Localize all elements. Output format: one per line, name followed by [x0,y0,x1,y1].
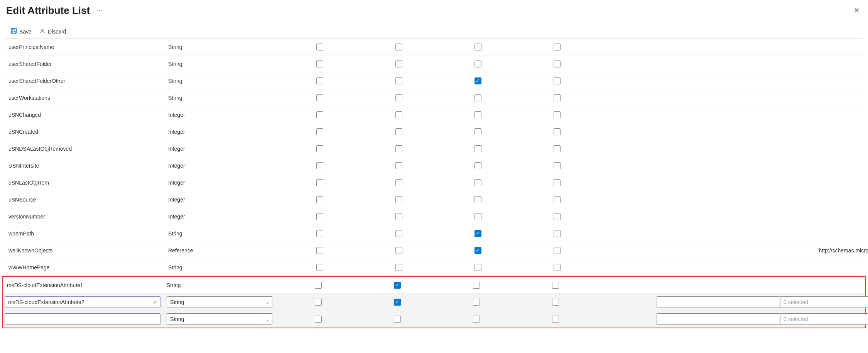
checkbox[interactable] [554,61,561,67]
table-row: ✓StringIntegerReferenceBooleanBinary⌄0 s… [3,294,865,311]
attr-value-input[interactable] [657,296,780,308]
checkbox[interactable] [475,94,481,101]
table-row: uSNChangedInteger [5,106,863,123]
checkbox[interactable] [316,247,323,254]
checkbox[interactable] [475,213,481,220]
checkbox[interactable] [554,111,561,118]
attr-type-select[interactable]: StringIntegerReferenceBooleanBinary [167,313,272,325]
checkbox[interactable] [395,128,402,135]
attr-name: uSNChanged [6,112,168,118]
checkbox[interactable] [395,77,402,84]
save-label: Save [19,29,32,35]
checkbox[interactable] [395,264,402,271]
checkbox[interactable] [395,145,402,152]
checkbox[interactable] [554,196,561,203]
checkbox[interactable] [554,213,561,220]
checkbox[interactable] [394,299,401,306]
svg-rect-1 [12,31,15,33]
checkbox[interactable] [475,247,481,254]
checkbox[interactable] [475,61,481,67]
checkbox[interactable] [316,128,323,135]
checkbox[interactable] [316,179,323,186]
checkbox[interactable] [316,94,323,101]
checkbox[interactable] [473,316,480,323]
checkbox[interactable] [475,196,481,203]
checkbox[interactable] [395,61,402,67]
checkbox[interactable] [475,145,481,152]
checkbox[interactable] [554,128,561,135]
checkbox[interactable] [395,94,402,101]
checkbox[interactable] [316,230,323,237]
checkbox[interactable] [316,196,323,203]
table-row: StringIntegerReferenceBooleanBinary⌄0 se… [3,311,865,328]
checkbox[interactable] [554,94,561,101]
checkbox[interactable] [552,299,559,306]
attr-value-input[interactable] [657,313,780,325]
checkbox[interactable] [554,264,561,271]
checkbox[interactable] [315,299,322,306]
checkbox[interactable] [315,316,322,323]
checkbox[interactable] [316,44,323,50]
multi-select[interactable]: 0 selected⌄ [780,313,868,325]
table-row: wbemPathString [5,225,863,242]
attr-type: Integer [168,112,280,118]
checkbox[interactable] [316,264,323,271]
table-row: uSNSourceInteger [5,191,863,208]
checkbox[interactable] [475,162,481,169]
checkbox[interactable] [475,264,481,271]
attr-type: Reference [168,247,280,254]
checkbox[interactable] [316,213,323,220]
checkbox[interactable] [554,145,561,152]
checkbox[interactable] [316,61,323,67]
discard-button[interactable]: Discard [39,28,66,35]
attr-name: versionNumber [6,213,168,220]
save-button[interactable]: Save [11,28,32,35]
checkbox[interactable] [395,213,402,220]
attr-type: String [168,44,280,50]
checkbox[interactable] [395,179,402,186]
checkbox[interactable] [316,77,323,84]
checkbox[interactable] [395,196,402,203]
checkbox[interactable] [394,316,401,323]
attr-name-input[interactable] [5,296,160,308]
close-icon[interactable]: ✕ [851,4,862,17]
checkbox[interactable] [554,77,561,84]
checkbox[interactable] [473,282,480,289]
checkbox[interactable] [475,111,481,118]
attr-name: wWWHomePage [6,264,168,271]
attr-type: Integer [168,180,280,186]
checkbox[interactable] [554,179,561,186]
checkbox[interactable] [395,230,402,237]
checkbox[interactable] [554,44,561,50]
checkbox[interactable] [316,145,323,152]
checkbox[interactable] [552,316,559,323]
checkbox[interactable] [316,162,323,169]
attr-type: String [168,264,280,271]
checkbox[interactable] [475,77,481,84]
checkbox[interactable] [554,247,561,254]
attr-type: Integer [168,213,280,220]
attr-name: wbemPath [6,230,168,237]
attr-extra: http://schemas.microsoft.com/20… [782,247,868,254]
attr-name: userWorkstations [6,95,168,101]
more-icon[interactable]: ⋯ [96,6,104,15]
checkbox[interactable] [395,44,402,50]
attr-name-input[interactable] [5,313,160,325]
checkbox[interactable] [315,282,322,289]
checkbox[interactable] [475,230,481,237]
checkbox[interactable] [473,299,480,306]
attr-type-select[interactable]: StringIntegerReferenceBooleanBinary [167,296,272,308]
checkbox[interactable] [394,282,401,289]
checkbox[interactable] [552,282,559,289]
checkbox[interactable] [395,247,402,254]
checkbox[interactable] [316,111,323,118]
multi-select[interactable]: 0 selected⌄ [780,296,868,308]
checkbox[interactable] [395,111,402,118]
attr-name: uSNDSALastObjRemoved [6,146,168,152]
checkbox[interactable] [475,128,481,135]
checkbox[interactable] [475,179,481,186]
checkbox[interactable] [554,162,561,169]
checkbox[interactable] [395,162,402,169]
checkbox[interactable] [554,230,561,237]
checkbox[interactable] [475,44,481,50]
